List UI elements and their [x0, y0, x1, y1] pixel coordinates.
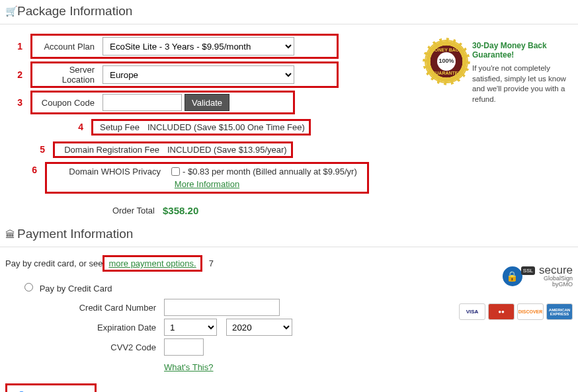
- guarantee-title: 30-Day Money Back Guarantee!: [472, 41, 567, 59]
- bank-icon: 🏛: [5, 229, 17, 240]
- guarantee-panel: MONEY BACK 100% GUARANTEE 30-Day Money B…: [421, 31, 573, 223]
- annotation-1: 1: [5, 41, 30, 52]
- account-plan-select[interactable]: EcoSite Lite - 3 Years - $9.95/month: [103, 37, 294, 56]
- amex-card-icon: AMERICAN EXPRESS: [546, 303, 573, 320]
- exp-month-select[interactable]: 1: [164, 319, 217, 336]
- order-total-value: $358.20: [163, 205, 198, 216]
- seal-top-text: MONEY BACK: [431, 48, 462, 52]
- annotation-4: 4: [5, 122, 91, 132]
- coupon-label: Coupon Code: [36, 98, 103, 108]
- pay-intro-text: Pay by credit card, or see: [5, 258, 103, 268]
- payment-section-header: 🏛 Payment Information: [0, 223, 578, 247]
- domain-reg-label: Domain Registration Fee: [59, 145, 167, 155]
- server-location-select[interactable]: Europe: [103, 65, 294, 84]
- cvv-label: CVV2 Code: [5, 342, 164, 352]
- guarantee-seal-icon: MONEY BACK 100% GUARANTEE: [426, 41, 467, 82]
- seal-bottom-text: GUARANTEE: [432, 71, 461, 75]
- accepted-cards: VISA ●● DISCOVER AMERICAN EXPRESS: [454, 303, 573, 320]
- cc-number-label: Credit Card Number: [5, 303, 164, 313]
- package-section-title: Package Information: [17, 4, 132, 19]
- pay-cc-radio[interactable]: [24, 283, 33, 292]
- cart-icon: 🛒: [5, 5, 17, 17]
- annotation-5: 5: [5, 144, 53, 155]
- annotation-3: 3: [5, 97, 30, 108]
- ssl-secure-badge: 🔒 SSL secure GlobalSign byGMO: [454, 264, 573, 288]
- package-section-header: 🛒 Package Information: [0, 0, 578, 24]
- setup-fee-value: INCLUDED (Save $15.00 One Time Fee): [147, 122, 305, 132]
- visa-card-icon: VISA: [459, 303, 485, 320]
- secure-sub2: byGMO: [552, 281, 573, 288]
- mastercard-icon: ●●: [488, 303, 515, 320]
- whois-value: - $0.83 per month (Billed annually at $9…: [183, 167, 357, 176]
- whois-label: Domain WHOIS Privacy: [51, 167, 169, 176]
- more-payment-options-link[interactable]: more payment options.: [108, 258, 196, 268]
- payment-section-title: Payment Information: [17, 227, 133, 241]
- lock-icon: 🔒: [503, 266, 522, 286]
- secure-word: secure: [539, 264, 573, 276]
- discover-card-icon: DISCOVER: [517, 303, 544, 320]
- order-total-label: Order Total: [30, 206, 163, 216]
- whois-more-link[interactable]: More Information: [175, 179, 239, 189]
- validate-button[interactable]: Validate: [185, 94, 229, 111]
- annotation-7: 7: [202, 258, 214, 268]
- account-plan-label: Account Plan: [36, 42, 103, 52]
- exp-year-select[interactable]: 2020: [226, 319, 292, 336]
- pay-paypal-radio-row[interactable]: Pay by PayPal: [14, 389, 88, 392]
- cc-number-input[interactable]: [164, 299, 280, 316]
- seal-pct-text: 100%: [437, 52, 456, 71]
- whats-this-link[interactable]: What's This?: [164, 362, 214, 372]
- cvv-input[interactable]: [164, 338, 204, 356]
- annotation-6: 6: [5, 162, 45, 175]
- annotation-2: 2: [5, 69, 30, 80]
- pay-cc-radio-row[interactable]: Pay by Credit Card: [21, 284, 112, 294]
- coupon-input[interactable]: [103, 94, 182, 111]
- whois-checkbox[interactable]: [171, 167, 180, 176]
- domain-reg-value: INCLUDED (Save $13.95/year): [167, 145, 287, 155]
- exp-label: Expiration Date: [5, 323, 164, 333]
- guarantee-body: If you're not completely satisfied, simp…: [472, 63, 567, 104]
- pay-cc-label: Pay by Credit Card: [40, 284, 112, 294]
- ssl-pill: SSL: [521, 266, 535, 275]
- setup-fee-label: Setup Fee: [97, 122, 147, 132]
- server-location-label: Server Location: [36, 65, 103, 85]
